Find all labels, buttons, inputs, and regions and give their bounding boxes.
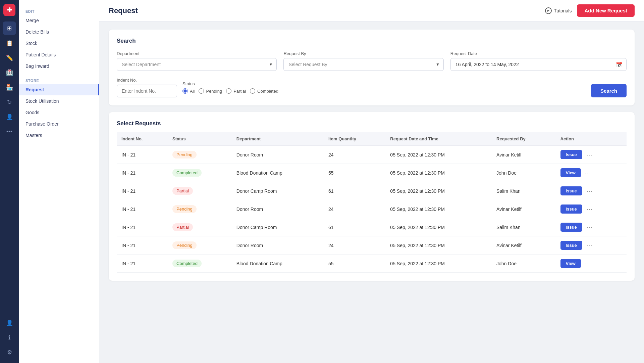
nav-icon-settings[interactable]: ⚙	[3, 346, 16, 359]
indent-no-input[interactable]	[117, 85, 177, 97]
tutorials-button[interactable]: ▶ Tutorials	[545, 7, 572, 14]
status-completed-radio[interactable]	[250, 88, 255, 94]
request-by-select[interactable]: Select Request By	[283, 58, 443, 71]
sidebar-item-purchase-order[interactable]: Purchase Order	[19, 118, 99, 130]
view-button[interactable]: View	[560, 168, 581, 177]
cell-datetime: 05 Sep, 2022 at 12:30 PM	[385, 255, 492, 273]
cell-indent: IN - 21	[117, 200, 168, 218]
cell-indent: IN - 21	[117, 255, 168, 273]
nav-icon-store[interactable]: 🏪	[3, 81, 16, 94]
status-partial-option[interactable]: Partial	[226, 88, 246, 94]
cell-requested-by: John Doe	[492, 164, 556, 182]
col-status: Status	[168, 132, 232, 146]
department-select[interactable]: Select Department	[117, 58, 277, 71]
request-by-select-wrapper: Select Request By ▼	[283, 58, 443, 71]
cell-datetime: 05 Sep, 2022 at 12:30 PM	[385, 182, 492, 200]
cell-datetime: 05 Sep, 2022 at 12:30 PM	[385, 164, 492, 182]
calendar-icon[interactable]: 📅	[616, 61, 623, 68]
action-cell: Issue ⋯	[560, 241, 622, 250]
sidebar-item-stock-utilisation[interactable]: Stock Utilisation	[19, 95, 99, 107]
more-options-button[interactable]: ⋯	[584, 169, 592, 177]
cell-department: Donor Room	[232, 236, 324, 255]
nav-icon-refresh[interactable]: ↻	[3, 95, 16, 109]
request-date-input[interactable]: 16 April, 2022 to 14 May, 2022	[450, 58, 627, 71]
nav-icon-person[interactable]: 👤	[3, 110, 16, 124]
cell-quantity: 24	[324, 236, 385, 255]
cell-status: Completed	[168, 164, 232, 182]
more-options-button[interactable]: ⋯	[585, 223, 594, 232]
col-item-quantity: Item Quantity	[324, 132, 385, 146]
issue-button[interactable]: Issue	[560, 205, 582, 214]
status-all-radio[interactable]	[182, 88, 188, 94]
cell-quantity: 24	[324, 146, 385, 164]
status-label: Status	[182, 81, 278, 86]
issue-button[interactable]: Issue	[560, 223, 582, 232]
store-section-label: STORE	[19, 76, 99, 84]
main-content: Request ▶ Tutorials Add New Request Sear…	[99, 0, 644, 363]
table-row: IN - 21 Completed Blood Donation Camp 55…	[117, 255, 627, 273]
cell-requested-by: Avinar Ketilf	[492, 200, 556, 218]
cell-requested-by: John Doe	[492, 255, 556, 273]
cell-indent: IN - 21	[117, 164, 168, 182]
cell-department: Blood Donation Camp	[232, 164, 324, 182]
col-action: Action	[556, 132, 627, 146]
status-pending-radio[interactable]	[199, 88, 204, 94]
page-title: Request	[109, 6, 138, 15]
department-select-wrapper: Select Department ▼	[117, 58, 277, 71]
nav-icon-clipboard[interactable]: 📋	[3, 36, 16, 50]
more-options-button[interactable]: ⋯	[585, 187, 594, 195]
content-area: Search Department Select Department ▼ Re…	[99, 21, 644, 363]
cell-status: Partial	[168, 182, 232, 200]
issue-button[interactable]: Issue	[560, 150, 582, 159]
search-button[interactable]: Search	[591, 84, 627, 97]
cell-requested-by: Salim Khan	[492, 182, 556, 200]
status-completed-label: Completed	[257, 89, 278, 94]
sidebar-item-patient-details[interactable]: Patient Details	[19, 49, 99, 60]
status-completed-option[interactable]: Completed	[250, 88, 278, 94]
cell-requested-by: Salim Khan	[492, 218, 556, 236]
more-options-button[interactable]: ⋯	[585, 150, 594, 159]
nav-icon-user-bottom[interactable]: 👤	[3, 316, 16, 329]
cell-quantity: 61	[324, 182, 385, 200]
status-pending-label: Pending	[206, 89, 222, 94]
cell-requested-by: Avinar Ketilf	[492, 146, 556, 164]
cell-quantity: 24	[324, 200, 385, 218]
status-all-option[interactable]: All	[182, 88, 195, 94]
sidebar-item-goods[interactable]: Goods	[19, 107, 99, 118]
sidebar-item-merge[interactable]: Merge	[19, 15, 99, 26]
nav-icon-edit[interactable]: ✏️	[3, 51, 16, 64]
indent-no-label: Indent No.	[117, 78, 177, 83]
more-options-button[interactable]: ⋯	[585, 205, 594, 214]
issue-button[interactable]: Issue	[560, 241, 582, 250]
search-top-row: Department Select Department ▼ Request B…	[117, 51, 627, 71]
more-options-button[interactable]: ⋯	[585, 241, 594, 250]
table-row: IN - 21 Partial Donor Camp Room 61 05 Se…	[117, 182, 627, 200]
table-row: IN - 21 Pending Donor Room 24 05 Sep, 20…	[117, 146, 627, 164]
view-button[interactable]: View	[560, 259, 581, 268]
nav-icon-grid[interactable]: ⊞	[3, 21, 16, 35]
cell-quantity: 55	[324, 164, 385, 182]
indent-no-group: Indent No.	[117, 78, 177, 97]
table-card: Select Requests Indent No. Status Depart…	[109, 112, 635, 281]
sidebar-item-stock[interactable]: Stock	[19, 38, 99, 49]
nav-icon-info[interactable]: ℹ	[3, 331, 16, 344]
table-row: IN - 21 Pending Donor Room 24 05 Sep, 20…	[117, 236, 627, 255]
date-input-wrapper: 16 April, 2022 to 14 May, 2022 📅	[450, 58, 627, 71]
search-title: Search	[117, 38, 627, 44]
sidebar-item-bag-inward[interactable]: Bag Inward	[19, 60, 99, 72]
sidebar-item-delete-bills[interactable]: Delete Bills	[19, 26, 99, 38]
nav-icon-more[interactable]: •••	[3, 125, 16, 138]
more-options-button[interactable]: ⋯	[584, 259, 592, 268]
cell-department: Donor Camp Room	[232, 218, 324, 236]
cell-action: Issue ⋯	[556, 182, 627, 200]
sidebar-item-masters[interactable]: Masters	[19, 130, 99, 141]
cell-department: Donor Room	[232, 200, 324, 218]
nav-icon-building[interactable]: 🏥	[3, 66, 16, 79]
issue-button[interactable]: Issue	[560, 186, 582, 195]
status-pending-option[interactable]: Pending	[199, 88, 222, 94]
cell-action: View ⋯	[556, 164, 627, 182]
add-new-request-button[interactable]: Add New Request	[577, 4, 635, 17]
sidebar-item-request[interactable]: Request	[19, 84, 99, 95]
cell-action: Issue ⋯	[556, 218, 627, 236]
status-partial-radio[interactable]	[226, 88, 231, 94]
